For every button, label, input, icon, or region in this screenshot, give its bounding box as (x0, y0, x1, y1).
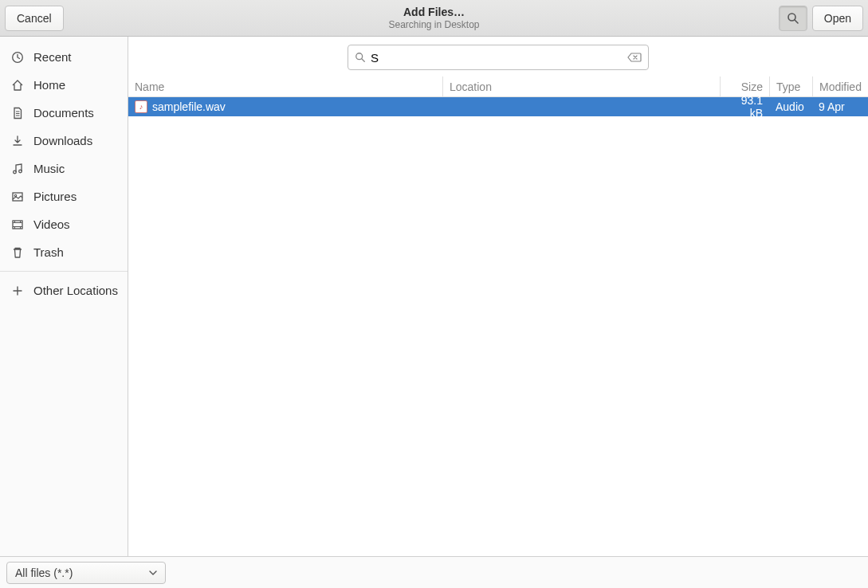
sidebar-item-downloads[interactable]: Downloads (0, 127, 128, 155)
document-icon (11, 107, 24, 120)
sidebar-item-label: Recent (33, 50, 72, 64)
trash-icon (11, 246, 24, 259)
sidebar-divider (0, 271, 128, 272)
file-name: samplefile.wav (152, 100, 226, 113)
cancel-button[interactable]: Cancel (5, 6, 64, 31)
file-type: Audio (769, 97, 812, 116)
sidebar-item-label: Music (33, 162, 65, 175)
search-box[interactable] (348, 45, 649, 70)
open-button[interactable]: Open (812, 6, 863, 31)
svg-rect-7 (13, 221, 22, 229)
window-title: Add Files… (0, 6, 868, 18)
sidebar-item-documents[interactable]: Documents (0, 99, 128, 127)
svg-point-4 (19, 170, 22, 173)
home-icon (11, 79, 24, 92)
picture-icon (11, 190, 24, 203)
file-chooser-window: Cancel Add Files… Searching in Desktop O… (0, 0, 868, 588)
svg-line-9 (362, 59, 365, 62)
download-icon (11, 135, 24, 147)
main-area: Recent Home Documents Downloads Music Pi… (0, 37, 868, 556)
search-toggle-button[interactable] (779, 6, 807, 31)
sidebar-item-label: Downloads (33, 134, 92, 147)
clear-search-icon[interactable] (627, 52, 642, 63)
video-icon (11, 218, 24, 231)
file-size: 93.1 kB (720, 97, 769, 116)
sidebar-item-videos[interactable]: Videos (0, 210, 128, 238)
sidebar-item-label: Documents (33, 106, 94, 120)
sidebar-item-other-locations[interactable]: Other Locations (0, 276, 128, 304)
filter-label: All files (*.*) (15, 566, 73, 579)
sidebar-item-pictures[interactable]: Pictures (0, 182, 128, 210)
sidebar-item-recent[interactable]: Recent (0, 43, 128, 71)
content-pane: Name Location Size Type Modified ♪ sampl… (128, 37, 868, 556)
column-header-modified[interactable]: Modified (812, 76, 868, 96)
sidebar-item-label: Pictures (33, 190, 77, 203)
plus-icon (11, 284, 24, 297)
clock-icon (11, 51, 24, 64)
svg-point-6 (14, 194, 16, 196)
file-list: Name Location Size Type Modified ♪ sampl… (128, 76, 868, 556)
sidebar-item-trash[interactable]: Trash (0, 238, 128, 266)
file-location (442, 97, 720, 116)
file-filter-dropdown[interactable]: All files (*.*) (6, 562, 166, 584)
sidebar-item-label: Home (33, 78, 65, 92)
sidebar-item-music[interactable]: Music (0, 155, 128, 182)
file-modified: 9 Apr (812, 97, 868, 116)
search-bar (128, 37, 868, 76)
places-sidebar: Recent Home Documents Downloads Music Pi… (0, 37, 128, 556)
sidebar-item-label: Other Locations (33, 284, 118, 297)
svg-line-1 (795, 20, 798, 23)
column-header-name[interactable]: Name (128, 76, 442, 96)
search-input[interactable] (371, 51, 627, 65)
search-icon (355, 52, 366, 63)
sidebar-item-label: Videos (33, 218, 70, 231)
audio-file-icon: ♪ (135, 100, 147, 113)
window-subtitle: Searching in Desktop (0, 19, 868, 30)
svg-rect-5 (13, 193, 22, 201)
footer-bar: All files (*.*) (0, 556, 868, 588)
music-icon (11, 163, 24, 175)
chevron-down-icon (149, 569, 157, 577)
sidebar-item-home[interactable]: Home (0, 71, 128, 99)
search-icon (787, 12, 799, 25)
sidebar-item-label: Trash (33, 245, 64, 259)
header-bar: Cancel Add Files… Searching in Desktop O… (0, 0, 868, 37)
title-area: Add Files… Searching in Desktop (0, 6, 868, 30)
table-row[interactable]: ♪ samplefile.wav 93.1 kB Audio 9 Apr (128, 97, 868, 116)
column-header-location[interactable]: Location (442, 76, 720, 96)
svg-point-3 (14, 171, 17, 174)
column-header-type[interactable]: Type (769, 76, 812, 96)
